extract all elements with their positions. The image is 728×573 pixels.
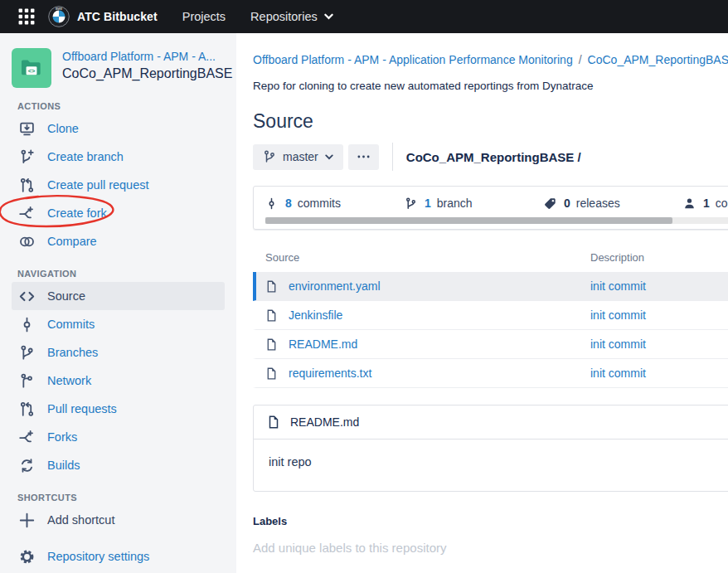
sidebar-item-commits[interactable]: Commits [12, 310, 225, 338]
sidebar-item-label: Network [47, 374, 91, 387]
document-icon [265, 309, 278, 322]
file-table-header: Source Description [253, 246, 728, 272]
commit-message-link[interactable]: init commit [590, 367, 728, 380]
sidebar-item-network[interactable]: Network [12, 367, 225, 395]
sidebar-item-compare[interactable]: Compare [12, 227, 225, 255]
file-row-environment-yaml[interactable]: environment.yaml init commit [253, 272, 728, 301]
sidebar-item-label: Forks [47, 430, 77, 444]
actions-section-title: ACTIONS [17, 101, 225, 111]
caret-down-icon [324, 13, 333, 20]
stats-horizontal-scrollbar [265, 217, 728, 224]
clone-icon [19, 121, 35, 137]
branch-icon [19, 345, 35, 361]
sidebar-repo-title: CoCo_APM_ReportingBASE [62, 66, 225, 81]
fork-icon [19, 430, 35, 445]
sidebar-item-builds[interactable]: Builds [12, 451, 225, 479]
readme-card: README.md init repo [253, 405, 728, 492]
stat-label: commits [298, 197, 341, 210]
sidebar-item-add-shortcut[interactable]: Add shortcut [12, 506, 225, 534]
svg-text:BMW: BMW [56, 7, 62, 11]
sidebar-project-link[interactable]: Offboard Platform - APM - A... [62, 50, 225, 63]
gear-icon [19, 549, 35, 565]
sidebar-item-label: Add shortcut [47, 513, 114, 527]
app-title[interactable]: ATC Bitbucket [77, 10, 158, 23]
tag-icon [544, 197, 556, 210]
file-name-link[interactable]: README.md [289, 337, 357, 351]
stat-count: 0 [564, 197, 570, 210]
topnav-projects[interactable]: Projects [182, 10, 226, 23]
sidebar-item-create-fork[interactable]: Create fork [12, 199, 225, 227]
file-row-jenkinsfile[interactable]: Jenkinsfile init commit [253, 301, 728, 330]
breadcrumb-repo-link[interactable]: CoCo_APM_ReportingBASE [588, 53, 728, 66]
labels-placeholder[interactable]: Add unique labels to this repository [253, 541, 728, 555]
sidebar-item-forks[interactable]: Forks [12, 423, 225, 451]
commit-message-link[interactable]: init commit [590, 279, 728, 293]
file-row-readme-md[interactable]: README.md init commit [253, 330, 728, 359]
repo-stats-card: 8 commits 1 branch 0 releases [253, 186, 728, 230]
stat-count: 8 [285, 197, 292, 210]
breadcrumb-project-link[interactable]: Offboard Platform - APM - Application Pe… [253, 53, 573, 66]
stat-contributors[interactable]: 1 contributor [683, 197, 728, 210]
create-branch-icon [19, 149, 35, 165]
sidebar-item-pull-requests[interactable]: Pull requests [12, 395, 225, 423]
sidebar-item-label: Builds [47, 459, 80, 472]
repo-avatar[interactable]: <> [12, 48, 51, 88]
bmw-logo[interactable]: BMW [48, 6, 70, 27]
scrollbar-thumb[interactable] [265, 217, 672, 224]
file-name-link[interactable]: Jenkinsfile [289, 308, 342, 322]
stat-label: branch [437, 197, 473, 210]
shortcuts-section-title: SHORTCUTS [17, 493, 225, 503]
repository-sidebar: <> Offboard Platform - APM - A... CoCo_A… [0, 33, 236, 573]
compare-icon [19, 234, 35, 250]
create-pull-request-icon [19, 177, 35, 193]
sidebar-item-create-pull-request[interactable]: Create pull request [12, 171, 225, 199]
stat-label: contributor [716, 197, 728, 210]
network-icon [19, 373, 35, 389]
builds-icon [19, 458, 35, 473]
toolbar-divider [392, 143, 393, 171]
sidebar-item-label: Create branch [47, 150, 124, 163]
sidebar-item-source[interactable]: Source [12, 282, 225, 310]
document-icon [265, 338, 278, 351]
breadcrumb-separator: / [579, 53, 582, 66]
readme-filename[interactable]: README.md [290, 415, 359, 429]
app-switcher-grid-icon[interactable] [18, 8, 35, 25]
sidebar-item-create-branch[interactable]: Create branch [12, 143, 225, 171]
navigation-section-title: NAVIGATION [17, 269, 225, 279]
main-content: Offboard Platform - APM - Application Pe… [236, 33, 728, 573]
more-actions-button[interactable] [348, 144, 379, 170]
sidebar-item-clone[interactable]: Clone [12, 114, 225, 143]
readme-content: init repo [254, 439, 728, 491]
sidebar-item-repository-settings[interactable]: Repository settings [12, 542, 225, 571]
plus-icon [19, 512, 35, 528]
create-fork-icon [19, 206, 35, 221]
file-name-link[interactable]: environment.yaml [289, 279, 381, 293]
person-icon [683, 197, 696, 210]
source-toolbar: master CoCo_APM_ReportingBASE / [253, 143, 728, 171]
branch-selector-button[interactable]: master [253, 144, 343, 170]
labels-section-title: Labels [253, 515, 728, 527]
document-icon [265, 367, 278, 380]
pull-request-icon [19, 401, 35, 417]
file-table: Source Description environment.yaml init… [253, 246, 728, 388]
topnav-repositories[interactable]: Repositories [250, 10, 333, 23]
commit-icon [265, 197, 278, 210]
commit-message-link[interactable]: init commit [590, 308, 728, 322]
breadcrumb: Offboard Platform - APM - Application Pe… [253, 53, 728, 66]
commit-message-link[interactable]: init commit [590, 337, 728, 351]
stat-branches[interactable]: 1 branch [405, 197, 544, 210]
sidebar-item-label: Source [47, 289, 85, 303]
branch-icon [263, 150, 276, 163]
column-header-description: Description [590, 251, 728, 264]
sidebar-item-label: Commits [47, 318, 95, 331]
stat-releases[interactable]: 0 releases [544, 197, 683, 210]
document-icon [265, 280, 278, 293]
stat-count: 1 [703, 197, 710, 210]
svg-text:<>: <> [28, 67, 36, 75]
sidebar-item-branches[interactable]: Branches [12, 338, 225, 367]
sidebar-item-label: Branches [47, 346, 98, 359]
chevron-down-icon [325, 154, 333, 160]
stat-commits[interactable]: 8 commits [265, 197, 405, 210]
file-name-link[interactable]: requirements.txt [289, 367, 371, 380]
file-row-requirements-txt[interactable]: requirements.txt init commit [253, 359, 728, 388]
